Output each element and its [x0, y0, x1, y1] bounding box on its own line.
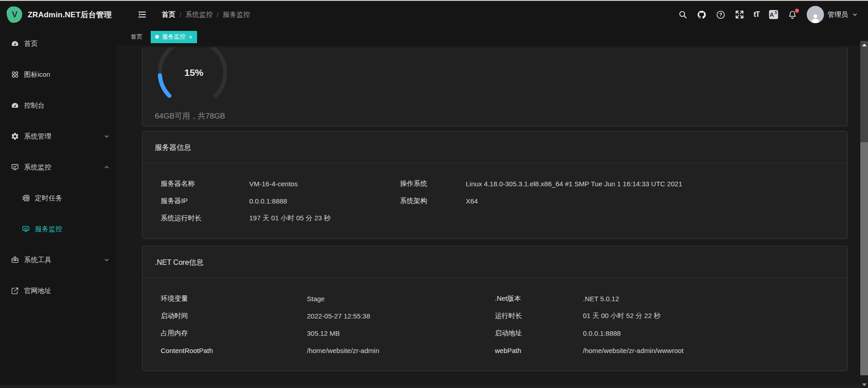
schedule-icon [22, 194, 30, 202]
field-value: 305.12 MB [307, 329, 495, 337]
font-size-icon: tT [754, 10, 760, 19]
sidebar: 首页 图标icon 控制台 系统管理 系统监控 定时任务 [0, 28, 116, 388]
netcore-info-card: .NET Core信息 环境变量 Stage .Net版本 .NET 5.0.1… [142, 246, 848, 371]
chevron-down-icon [852, 11, 858, 18]
card-title: .NET Core信息 [143, 246, 847, 278]
window-top-edge [0, 0, 868, 1]
scrollbar-up-arrow[interactable] [862, 44, 867, 46]
sidebar-item-console[interactable]: 控制台 [0, 90, 116, 121]
scrollbar-track[interactable] [860, 41, 868, 142]
app-title: ZRAdmin.NET后台管理 [28, 10, 112, 20]
tab-close-icon[interactable]: × [189, 34, 192, 40]
field-value: Stage [307, 295, 495, 303]
github-button[interactable] [697, 10, 706, 20]
sidebar-item-system-monitor[interactable]: 系统监控 [0, 152, 116, 183]
sidebar-item-label: 首页 [24, 40, 38, 48]
grid-icon [11, 70, 19, 79]
fullscreen-button[interactable] [735, 10, 744, 19]
sidebar-item-official-site[interactable]: 官网地址 [0, 275, 116, 306]
breadcrumb-separator: / [217, 11, 218, 19]
horizontal-scrollbar[interactable] [0, 385, 868, 388]
app-header: V ZRAdmin.NET后台管理 首页 / 系统监控 / 服务监控 [0, 1, 868, 28]
font-size-button[interactable]: tT [754, 10, 760, 19]
field-label: 运行时长 [495, 312, 583, 320]
fullscreen-icon [735, 10, 744, 19]
toolbox-icon [11, 256, 19, 264]
breadcrumb: 首页 / 系统监控 / 服务监控 [162, 10, 250, 19]
chart-monitor-icon [22, 225, 30, 233]
user-menu[interactable]: 管理员 [807, 6, 858, 23]
netcore-info-grid: 环境变量 Stage .Net版本 .NET 5.0.12 启动时间 2022-… [143, 278, 847, 371]
translate-icon: A文 [769, 10, 778, 19]
field-label: 占用内存 [161, 329, 307, 338]
scrollbar-down-arrow[interactable] [862, 383, 867, 386]
notification-dot [795, 9, 799, 13]
chevron-down-icon [104, 257, 110, 263]
field-label: ContentRootPath [161, 347, 307, 354]
field-value: /home/website/zr-admin [307, 347, 495, 354]
github-icon [697, 10, 706, 20]
breadcrumb-separator: / [179, 11, 181, 19]
field-value: 197 天 01 小时 05 分 23 秒 [249, 214, 400, 223]
dashboard-icon [11, 40, 19, 48]
breadcrumb-service-monitor: 服务监控 [223, 10, 250, 19]
person-icon [809, 12, 821, 23]
tab-home[interactable]: 首页 [131, 31, 143, 43]
breadcrumb-system-monitor[interactable]: 系统监控 [185, 10, 212, 19]
sidebar-item-scheduled-tasks[interactable]: 定时任务 [0, 183, 116, 214]
hamburger-fold-icon [137, 10, 147, 20]
scrollbar-thumb[interactable] [860, 142, 868, 375]
field-label: 操作系统 [400, 179, 466, 188]
tab-service-monitor[interactable]: 服务监控 × [151, 31, 197, 43]
sidebar-collapse-button[interactable] [135, 8, 149, 21]
sidebar-item-system-management[interactable]: 系统管理 [0, 121, 116, 152]
field-value: 0.0.0.1:8888 [249, 197, 400, 205]
sidebar-item-system-tools[interactable]: 系统工具 [0, 244, 116, 275]
header-left: V ZRAdmin.NET后台管理 首页 / 系统监控 / 服务监控 [0, 1, 250, 28]
field-value: /home/website/zr-admin/wwwroot [583, 347, 838, 354]
sidebar-item-label: 系统工具 [24, 256, 51, 264]
field-value: .NET 5.0.12 [583, 295, 838, 303]
card-title: 服务器信息 [143, 131, 847, 163]
app-logo: V [6, 5, 23, 23]
sidebar-item-label: 控制台 [24, 101, 44, 110]
main-area: 首页 服务监控 × 15% 64GB可用，共78GB 服务器信息 服务器名称 V… [116, 28, 868, 388]
user-name: 管理员 [828, 10, 848, 19]
field-label: 服务器IP [161, 197, 249, 205]
field-value: 2022-05-27 12:55:38 [307, 312, 495, 320]
field-label: 系统架构 [400, 197, 466, 205]
help-icon: ? [716, 10, 725, 20]
sidebar-item-service-monitor[interactable]: 服务监控 [0, 214, 116, 244]
sidebar-item-label: 定时任务 [35, 194, 62, 203]
content-area: 15% 64GB可用，共78GB 服务器信息 服务器名称 VM-16-4-cen… [116, 45, 868, 371]
sidebar-item-label: 图标icon [24, 70, 50, 79]
notification-button[interactable] [788, 10, 797, 20]
field-value: VM-16-4-centos [249, 180, 400, 188]
breadcrumb-home[interactable]: 首页 [162, 10, 175, 19]
field-label: .Net版本 [495, 294, 583, 303]
field-label: webPath [495, 347, 583, 354]
sidebar-item-home[interactable]: 首页 [0, 28, 116, 59]
sidebar-item-label: 系统管理 [24, 132, 51, 141]
external-link-icon [11, 287, 19, 295]
monitor-icon [11, 163, 19, 171]
help-button[interactable]: ? [716, 10, 725, 20]
translate-button[interactable]: A文 [769, 10, 778, 19]
search-button[interactable] [678, 10, 687, 19]
field-value: Linux 4.18.0-305.3.1.el8.x86_64 #1 SMP T… [466, 180, 838, 188]
gear-icon [11, 132, 19, 140]
disk-gauge-chart: 15% [154, 47, 231, 111]
field-value: 0.0.0.1:8888 [583, 329, 838, 337]
vertical-scrollbar[interactable] [860, 41, 868, 388]
avatar [807, 6, 824, 23]
field-label: 环境变量 [161, 294, 307, 303]
sidebar-item-icons[interactable]: 图标icon [0, 59, 116, 90]
logo-letter: V [12, 10, 18, 20]
search-icon [678, 10, 687, 19]
chevron-up-icon [104, 164, 110, 170]
tab-bar: 首页 服务监控 × [116, 28, 868, 45]
field-value: 01 天 00 小时 52 分 22 秒 [583, 312, 838, 320]
field-label: 系统运行时长 [161, 214, 249, 223]
sidebar-item-label: 服务监控 [35, 225, 62, 234]
header-right: ? tT A文 管理员 [678, 6, 858, 23]
